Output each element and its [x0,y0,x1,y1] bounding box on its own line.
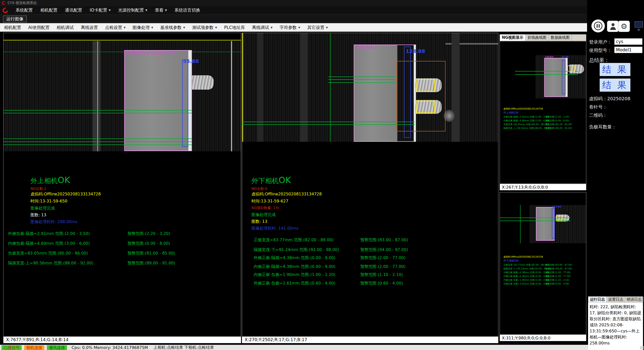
tool-ai-use-config[interactable]: AI使用配置 [28,25,50,30]
reference-line-yellow [242,33,243,142]
tab-settings-log[interactable]: 设置日志 [607,297,625,302]
ng-items-label: NG项目数量: 1% [251,206,279,210]
measurement-text: 内侧正极-负极=1.90mm 范围:(1.00 - 2.20) [254,272,335,277]
tab-detect-box-yellow [416,101,435,113]
measurement-row: 负极宽度=83.05mm 范围:(80.00 - 86.00)预警范围:(81.… [503,123,548,126]
machine-texture [4,41,241,151]
tab-count-label: 负极耳数量： [589,124,616,129]
app-window: CYS-视觉检测系统 – ▢ ✕ 系统配置 相机配置 通讯配置 IO卡配置▼ 光… [0,0,644,350]
process-done-label: 图像处理完成 [251,212,276,218]
capture-time: 时间:13-31-59-627 [251,199,288,204]
login-user-field[interactable]: cys [614,38,642,45]
chevron-down-icon: ▼ [151,26,153,29]
roi-box-orange [396,61,445,131]
pause-button[interactable] [591,19,605,32]
measurement-row: 外侧正极-负极=2.61mm 范围:(0.60 - 4.00)预警范围:(0.6… [503,282,549,286]
tool-offline-settings[interactable]: 离线设置 [81,25,98,30]
menu-io-card-config[interactable]: IO卡配置▼ [90,7,111,13]
tool-spot-check[interactable]: 点检设置▼ [105,25,126,30]
measurement-row: 外侧正极-负极=2.61mm 范围:(0.60 - 4.00)预警范围:(0.6… [254,281,335,286]
user-button[interactable] [607,21,619,32]
measurement-text: 负极宽度=83.05mm 范围:(80.00 - 86.00) [8,251,88,256]
tab-run-image[interactable]: 运行图像 [3,16,27,22]
measure-line-green [500,221,570,221]
ai-box-label: AI检测框 [545,55,554,59]
tool-baseline-params[interactable]: 基准线参数▼ [160,25,185,30]
machine-bright-column [300,33,308,142]
camera-result: OK [58,175,70,185]
result-badge: 结 果 [600,63,630,76]
model-field[interactable]: Model1 [614,47,642,53]
capture-time: 时间:13-31-59-650 [30,199,67,204]
settings-button[interactable]: ⚙ [618,21,630,32]
reference-line-yellow [4,40,241,41]
measurement-row: 内侧负极-隔膜=4.60mm 范围:(3.00 - 6.00)预警范围:(0.0… [503,119,549,122]
measurement-row: 外侧负极-隔膜=2.91mm 范围:(2.00 - 3.50)预警范围:(2.2… [8,231,90,236]
measurement-warning: 预警范围:(94.00 - 97.00) [360,247,408,253]
tool-other-settings[interactable]: 其它设置▼ [307,25,328,30]
preview-lower-status-line: X:311;Y:980;R:0;G:0;B:0 [500,335,586,341]
tool-offline-debug[interactable]: 离线调试▼ [252,25,273,30]
tab-data-curve[interactable]: 数据曲线图 [549,34,572,41]
resize-grip[interactable] [640,346,643,349]
measurement-row: 内侧正极-隔膜=4.38mm 范围:(0.00 - 9.00)预警范围:(2.0… [254,264,335,269]
preview-upper-camera[interactable]: AI检测框 55.88 虚拟码:Offline20250208133134728… [500,41,586,184]
camera-result: OK [279,175,291,185]
monitor-icon[interactable] [634,21,643,28]
measure-line-green [4,138,192,139]
machine-bright-column [452,33,460,142]
measure-line-green [4,110,192,111]
measurement-warning: 预警范围:(83.00 - 87.00) [360,237,408,243]
virtual-code: 虚拟码:Offline20250208133134728 [503,107,543,111]
preview-header: 外下相机OK [503,259,519,263]
menu-light-control-config[interactable]: 光源控制配置▼ [118,7,147,13]
measure-line-green [4,113,192,113]
electrode-tab [192,75,214,90]
preview-lower-camera[interactable]: 123.88 虚拟码:Offline20250208133134728 外下相机… [500,192,586,335]
menu-language-switch[interactable]: 系统语言切换 [175,7,200,13]
measure-line-green [242,122,415,122]
measurement-row: 隔膜宽度-下=95.24mm 范围:(93.00 - 98.00)预警范围:(9… [254,247,339,253]
right-camera-status-line: X:270;Y:2502;R:17;G:17;B:17 [242,336,498,343]
virtual-code: 虚拟码:Offline20250208133134728 [30,192,101,197]
tool-camera-config[interactable]: 相机配置 [4,25,21,30]
measurement-warning: 预警范围:(2.20 - 3.20) [127,231,170,236]
pause-icon [594,22,602,30]
run-log-content: 耗时: 222, 缺陷检测耗时: 17, 缺陷分类耗时: 0, 缺陷提取分区耗时… [588,302,643,350]
tab-ng-view[interactable]: NG视图显示 [500,34,526,41]
chevron-down-icon: ▼ [145,9,147,12]
measurement-row: 隔膜宽度-上=90.56mm 范围:(88.00 - 92.00)预警范围:(8… [503,127,552,130]
menu-view[interactable]: 查看▼ [155,7,167,13]
cpu-memory-text: Cpu: 0.0% Memory: 3424.41796875M [72,345,148,350]
measure-line-green [328,79,395,80]
ai-detect-box-blue [182,60,188,147]
tab-error-log[interactable]: 错误日志 [625,297,643,302]
vcode-label: 虚拟码： [589,96,607,101]
machine-edge-line [231,41,232,151]
menu-camera-config[interactable]: 相机配置 [40,7,57,13]
tool-test-item-params[interactable]: 测试项参数▼ [192,25,217,30]
left-camera-image[interactable]: AI动阈值:93, 动态阈值:100 55.88 外上相机OK NG次数:1 虚… [4,33,241,336]
right-camera-image[interactable]: AI检测框 123.88 外下相机OK NG次数:0 虚拟码:Offline20… [242,33,498,336]
user-icon [609,23,617,30]
machine-bright-column [92,41,101,151]
chevron-down-icon: ▼ [183,26,185,29]
measure-value-label: 55.88 [561,56,568,58]
heartbeat-badge: 心跳信号 [2,345,22,350]
tab-run-log[interactable]: 运行日志 [588,297,607,302]
preview-header: 外上相机OK [503,111,519,115]
preview-column: NG视图显示 折线曲线图 数据曲线图 AI检测框 55.88 虚拟码:Offli… [500,33,586,343]
machine-bright-column [257,33,264,142]
menu-system-config[interactable]: 系统配置 [16,7,33,13]
bright-edge-bar [188,50,192,151]
chevron-down-icon: ▼ [215,26,217,29]
tool-char-params[interactable]: 字符参数▼ [280,25,300,30]
vcode-row: 虚拟码：20250208 [589,96,630,102]
tool-image-processing[interactable]: 图像处理▼ [133,25,153,30]
bright-edge-bar [566,58,568,97]
measure-line-green [242,124,415,125]
menu-comm-config[interactable]: 通讯配置 [65,7,82,13]
tool-camera-debug[interactable]: 相机调试 [57,25,74,30]
tab-line-curve[interactable]: 折线曲线图 [526,34,549,41]
tool-plc-address[interactable]: PLC地址库 [224,25,245,30]
